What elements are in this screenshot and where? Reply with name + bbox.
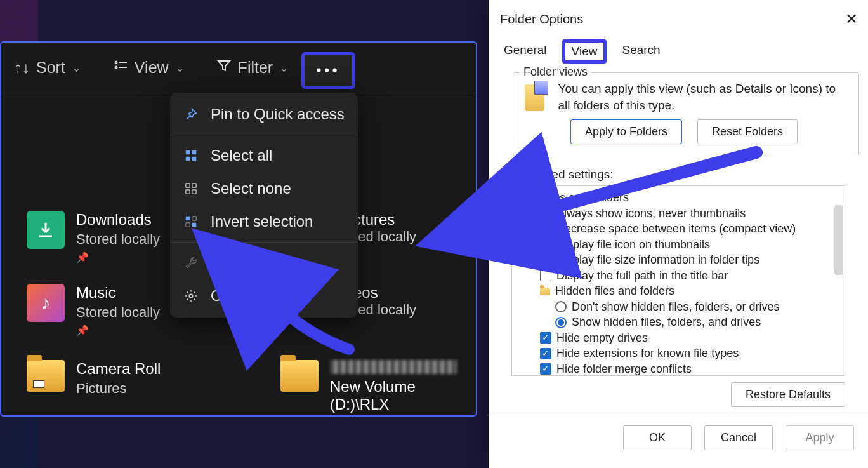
more-button[interactable]: •••	[301, 52, 355, 89]
opt-folder-tips[interactable]: ✓Display file size information in folder…	[515, 252, 842, 268]
view-icon	[113, 58, 128, 77]
menu-pin-quick-access[interactable]: Pin to Quick access	[170, 98, 358, 131]
chevron-down-icon: ⌄	[279, 61, 289, 75]
svg-rect-9	[192, 184, 196, 187]
tree-group-hidden: Hidden files and folders	[515, 283, 842, 299]
sort-label: Sort	[36, 58, 65, 77]
folder-name: Music	[76, 284, 160, 302]
menu-select-all[interactable]: Select all	[170, 139, 358, 172]
svg-rect-5	[192, 150, 196, 154]
folder-new-volume[interactable]: New Volume (D:)\RLX	[280, 360, 476, 413]
close-button[interactable]: ✕	[845, 10, 858, 28]
tab-view[interactable]: View	[562, 39, 607, 64]
scrollbar[interactable]	[834, 205, 843, 275]
ok-button[interactable]: OK	[623, 425, 692, 450]
radio-icon[interactable]	[555, 317, 567, 328]
radio-icon[interactable]	[555, 301, 567, 312]
pin-icon: 📌	[76, 251, 160, 264]
menu-select-none[interactable]: Select none	[170, 172, 358, 205]
folder-icon	[27, 360, 65, 392]
folder-name: Camera Roll	[76, 360, 161, 378]
folder-videos-partial: eos red locally	[353, 284, 416, 318]
more-context-menu: Pin to Quick access Select all Select no…	[170, 93, 358, 318]
apply-button[interactable]: Apply	[786, 425, 854, 450]
opt-hide-empty-drives[interactable]: ✓Hide empty drives	[515, 330, 842, 346]
sort-icon: ↑↓	[14, 58, 30, 77]
music-icon: ♪	[27, 284, 65, 322]
svg-rect-15	[192, 223, 196, 227]
annotation-arrow-checkbox	[503, 146, 769, 231]
radio-dont-show-hidden[interactable]: Don't show hidden files, folders, or dri…	[515, 299, 842, 315]
radio-show-hidden[interactable]: Show hidden files, folders, and drives	[515, 314, 842, 330]
menu-label: Properties	[211, 254, 280, 272]
svg-point-1	[115, 66, 117, 68]
folder-sub: Stored locally	[76, 304, 160, 321]
select-all-icon	[183, 149, 199, 163]
invert-icon	[183, 215, 199, 229]
sort-button[interactable]: ↑↓ Sort ⌄	[14, 58, 81, 77]
folder-name: New Volume (D:)\RLX	[330, 378, 476, 413]
folder-views-icon	[525, 84, 544, 111]
folder-icon	[280, 360, 319, 392]
svg-point-0	[115, 61, 117, 63]
menu-label: Options	[211, 287, 263, 305]
menu-label: Select all	[211, 147, 272, 164]
svg-rect-4	[186, 150, 190, 154]
folder-sub: Stored locally	[76, 231, 160, 248]
opt-hide-merge-conflicts[interactable]: ✓Hide folder merge conflicts	[515, 361, 842, 377]
filter-label: Filter	[238, 58, 273, 77]
toolbar: ↑↓ Sort ⌄ View ⌄ Filter ⌄ •••	[1, 43, 476, 93]
filter-button[interactable]: Filter ⌄	[216, 58, 289, 77]
dialog-footer: OK Cancel Apply	[489, 415, 868, 460]
svg-rect-7	[192, 157, 196, 161]
svg-rect-8	[186, 184, 190, 187]
tab-search[interactable]: Search	[621, 39, 661, 64]
checkbox-icon[interactable]: ✓	[540, 348, 551, 359]
filter-icon	[216, 58, 232, 77]
svg-rect-12	[186, 217, 190, 220]
menu-label: Select none	[211, 180, 291, 197]
chevron-down-icon: ⌄	[72, 61, 81, 75]
folder-views-group: Folder views You can apply this view (su…	[513, 72, 859, 156]
menu-properties: Properties	[170, 246, 358, 279]
opt-full-path[interactable]: Display the full path in the title bar	[515, 268, 842, 284]
folder-options-dialog: Folder Options ✕ General View Search Fol…	[489, 0, 868, 468]
tab-bar: General View Search	[489, 39, 868, 64]
tab-general[interactable]: General	[503, 39, 548, 64]
opt-hide-extensions[interactable]: ✓Hide extensions for known file types	[515, 345, 842, 361]
checkbox-icon[interactable]: ✓	[540, 332, 551, 344]
folder-music[interactable]: ♪ Music Stored locally 📌	[27, 284, 160, 337]
checkbox-icon[interactable]: ✓	[540, 239, 551, 250]
folder-downloads[interactable]: Downloads Stored locally 📌	[27, 211, 160, 264]
reset-folders-button[interactable]: Reset Folders	[697, 119, 798, 144]
restore-defaults-button[interactable]: Restore Defaults	[731, 382, 845, 407]
chevron-down-icon: ⌄	[175, 61, 185, 75]
dialog-title: Folder Options	[500, 12, 583, 27]
menu-invert-selection[interactable]: Invert selection	[170, 205, 358, 238]
opt-thumb-icon[interactable]: ✓Display file icon on thumbnails	[515, 237, 842, 253]
folder-pictures-partial: ctures red locally	[353, 211, 416, 245]
checkbox-icon[interactable]: ✓	[540, 363, 551, 375]
annotation-arrow-options	[266, 292, 355, 358]
view-label: View	[135, 58, 169, 77]
folder-views-text: You can apply this view (such as Details…	[558, 81, 847, 113]
pin-icon	[183, 107, 199, 121]
menu-label: Invert selection	[211, 213, 313, 231]
svg-rect-6	[186, 157, 190, 161]
downloads-icon	[27, 211, 65, 249]
more-icon: •••	[316, 62, 340, 79]
folder-name: Downloads	[76, 211, 160, 229]
menu-label: Pin to Quick access	[211, 105, 345, 123]
checkbox-icon[interactable]: ✓	[540, 255, 551, 266]
blurred-bar	[330, 360, 457, 374]
apply-to-folders-button[interactable]: Apply to Folders	[570, 119, 682, 144]
wrench-icon	[183, 256, 199, 270]
checkbox-icon[interactable]	[540, 270, 551, 281]
folder-camera-roll[interactable]: Camera Roll Pictures	[27, 360, 161, 397]
svg-rect-13	[192, 217, 196, 220]
cancel-button[interactable]: Cancel	[704, 425, 773, 450]
folder-sub: Pictures	[76, 380, 161, 397]
svg-rect-14	[186, 223, 190, 227]
gear-icon	[183, 289, 199, 303]
view-button[interactable]: View ⌄	[113, 58, 185, 77]
